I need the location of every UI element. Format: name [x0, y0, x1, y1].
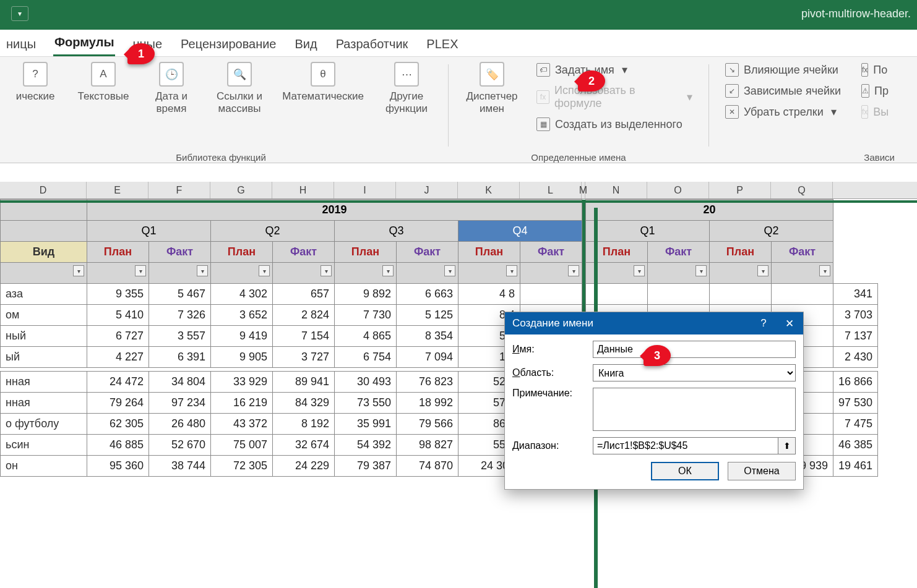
data-cell[interactable]: 46 385 — [833, 435, 878, 456]
header-plan[interactable]: План — [211, 242, 273, 263]
data-cell[interactable]: 8 192 — [273, 414, 335, 435]
row-label[interactable]: ый — [1, 347, 87, 368]
data-cell[interactable]: 9 419 — [211, 326, 273, 347]
btn-text[interactable]: AТекстовые — [75, 62, 131, 103]
btn-logical[interactable]: ?ические — [7, 62, 63, 103]
tab-view[interactable]: Вид — [294, 33, 319, 56]
header-fact[interactable]: Факт — [397, 242, 458, 263]
tab-developer[interactable]: Разработчик — [335, 33, 410, 56]
col-header-Q[interactable]: Q — [771, 182, 833, 198]
data-cell[interactable]: 341 — [833, 284, 878, 305]
row-label[interactable]: ом — [1, 305, 87, 326]
data-cell[interactable]: 34 804 — [149, 372, 211, 393]
data-cell[interactable]: 6 663 — [397, 284, 458, 305]
textarea-comment[interactable] — [593, 388, 796, 431]
col-header-P[interactable]: P — [709, 182, 771, 198]
data-cell[interactable]: 3 557 — [149, 326, 211, 347]
data-cell[interactable]: 7 154 — [273, 326, 335, 347]
data-cell[interactable]: 79 566 — [397, 414, 458, 435]
input-range[interactable] — [593, 437, 778, 454]
row-label[interactable]: о футболу — [1, 414, 87, 435]
btn-name-manager[interactable]: 🏷️ Диспетчер имен — [462, 62, 522, 115]
data-cell[interactable]: 9 905 — [211, 347, 273, 368]
col-header-J[interactable]: J — [396, 182, 458, 198]
header-fact[interactable]: Факт — [520, 242, 582, 263]
data-cell[interactable]: 7 137 — [833, 326, 878, 347]
data-cell[interactable]: 79 387 — [335, 456, 397, 477]
data-cell[interactable]: 84 329 — [273, 393, 335, 414]
btn-create-from-selection[interactable]: ▦Создать из выделенного — [534, 116, 695, 132]
data-cell[interactable]: 4 8 — [458, 284, 520, 305]
select-scope[interactable]: Книга — [593, 364, 796, 381]
filter-button[interactable]: ▾ — [259, 265, 270, 276]
data-cell[interactable]: 43 372 — [211, 414, 273, 435]
col-header-E[interactable]: E — [87, 182, 149, 198]
row-label[interactable]: нная — [1, 372, 87, 393]
btn-remove-arrows[interactable]: ✕Убрать стрелки▾ — [723, 104, 846, 120]
data-cell[interactable]: 7 094 — [397, 347, 458, 368]
row-label[interactable]: аза — [1, 284, 87, 305]
data-cell[interactable]: 98 827 — [397, 435, 458, 456]
tab-review[interactable]: Рецензирование — [179, 33, 277, 56]
filter-button[interactable]: ▾ — [634, 265, 645, 276]
data-cell[interactable]: 73 550 — [335, 393, 397, 414]
data-cell[interactable]: 5 125 — [397, 305, 458, 326]
filter-button[interactable]: ▾ — [819, 265, 830, 276]
data-cell[interactable]: 4 227 — [87, 347, 149, 368]
data-cell[interactable]: 30 493 — [335, 372, 397, 393]
data-cell[interactable]: 16 219 — [211, 393, 273, 414]
filter-button[interactable]: ▾ — [695, 265, 707, 276]
data-cell[interactable]: 46 885 — [87, 435, 149, 456]
btn-more-functions[interactable]: ⋯Другие функции — [379, 62, 434, 115]
col-header-D[interactable]: D — [0, 182, 87, 198]
data-cell[interactable]: 6 391 — [149, 347, 211, 368]
data-cell[interactable]: 32 674 — [273, 435, 335, 456]
data-cell[interactable]: 75 007 — [211, 435, 273, 456]
col-header-L[interactable]: L — [520, 182, 582, 198]
cancel-button[interactable]: Отмена — [728, 462, 796, 480]
data-cell[interactable]: 16 866 — [833, 372, 878, 393]
quarter-Q2-1[interactable]: Q2 — [211, 221, 335, 242]
tab-plex[interactable]: PLEX — [425, 33, 459, 56]
data-cell[interactable] — [772, 284, 833, 305]
btn-trace-dependents[interactable]: ↙Зависимые ячейки — [723, 83, 846, 99]
data-cell[interactable] — [520, 284, 582, 305]
data-cell[interactable]: 7 475 — [833, 414, 878, 435]
quick-access-dropdown[interactable]: ▾ — [11, 6, 28, 21]
col-header-H[interactable]: H — [272, 182, 334, 198]
data-cell[interactable]: 35 991 — [335, 414, 397, 435]
tab-formulas[interactable]: Формулы — [53, 32, 115, 56]
filter-button[interactable]: ▾ — [135, 265, 146, 276]
data-cell[interactable]: 52 670 — [149, 435, 211, 456]
data-cell[interactable]: 8 354 — [397, 326, 458, 347]
data-cell[interactable]: 97 234 — [149, 393, 211, 414]
filter-button[interactable]: ▾ — [382, 265, 394, 276]
btn-trace-precedents[interactable]: ↘Влияющие ячейки — [723, 62, 846, 78]
btn-define-name[interactable]: 🏷Задать имя▾ — [534, 62, 695, 78]
input-name[interactable] — [593, 341, 796, 358]
row-label[interactable]: ный — [1, 326, 87, 347]
data-cell[interactable]: 2 430 — [833, 347, 878, 368]
data-cell[interactable]: 74 870 — [397, 456, 458, 477]
data-cell[interactable]: 54 392 — [335, 435, 397, 456]
col-header-G[interactable]: G — [210, 182, 272, 198]
data-cell[interactable]: 4 302 — [211, 284, 273, 305]
quarter-Q2-5[interactable]: Q2 — [710, 221, 833, 242]
data-cell[interactable]: 9 355 — [87, 284, 149, 305]
col-header-O[interactable]: O — [647, 182, 709, 198]
filter-button[interactable]: ▾ — [197, 265, 208, 276]
data-cell[interactable]: 5 410 — [87, 305, 149, 326]
data-cell[interactable]: 18 992 — [397, 393, 458, 414]
close-button[interactable]: ✕ — [781, 315, 798, 332]
data-cell[interactable]: 7 730 — [335, 305, 397, 326]
quarter-Q4-3[interactable]: Q4 — [458, 221, 582, 242]
help-button[interactable]: ? — [755, 315, 772, 332]
data-cell[interactable]: 26 480 — [149, 414, 211, 435]
data-cell[interactable] — [710, 284, 772, 305]
data-cell[interactable]: 5 467 — [149, 284, 211, 305]
data-cell[interactable]: 97 530 — [833, 393, 878, 414]
header-plan[interactable]: План — [458, 242, 520, 263]
row-label[interactable]: он — [1, 456, 87, 477]
header-fact[interactable]: Факт — [149, 242, 211, 263]
header-fact[interactable]: Факт — [772, 242, 833, 263]
